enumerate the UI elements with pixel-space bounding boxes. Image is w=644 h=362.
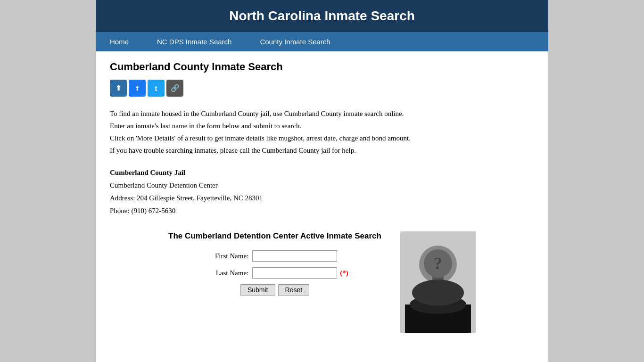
search-form-title: The Cumberland Detention Center Active I… [168,231,381,241]
facebook-button[interactable]: f [129,80,146,97]
share-icon: ⬆ [116,84,122,92]
last-name-row: Last Name: (*) [201,267,348,279]
jail-phone: Phone: (910) 672-5630 [110,205,534,217]
first-name-row: First Name: [201,250,348,262]
submit-button[interactable]: Submit [240,284,275,296]
jail-address: Address: 204 Gillespie Street, Fayettevi… [110,192,534,205]
site-header: North Carolina Inmate Search [96,0,548,32]
jail-facility: Cumberland County Detention Center [110,179,534,192]
jail-name: Cumberland County Jail [110,166,534,179]
page-heading: Cumberland County Inmate Search [110,61,534,73]
share-button[interactable]: ⬆ [110,80,127,97]
required-mark: (*) [340,269,348,277]
nav-nc-dps[interactable]: NC DPS Inmate Search [143,32,246,51]
search-section: The Cumberland Detention Center Active I… [110,231,534,333]
facebook-icon: f [136,84,139,92]
copy-link-button[interactable]: 🔗 [166,80,183,97]
twitter-icon: t [155,84,157,92]
search-form-container: The Cumberland Detention Center Active I… [168,231,381,333]
twitter-button[interactable]: t [148,80,165,97]
link-icon: 🔗 [171,84,180,92]
svg-point-9 [412,280,464,306]
social-buttons: ⬆ f t 🔗 [110,80,534,97]
reset-button[interactable]: Reset [278,284,310,296]
jail-info-block: Cumberland County Jail Cumberland County… [110,166,534,217]
description-line2: Enter an inmate's last name in the form … [110,120,534,132]
last-name-input[interactable] [252,267,337,279]
first-name-input[interactable] [252,250,337,262]
main-nav: Home NC DPS Inmate Search County Inmate … [96,32,548,51]
first-name-label: First Name: [201,252,248,260]
search-form: First Name: Last Name: (*) Submit Reset [201,250,348,296]
main-content: Cumberland County Inmate Search ⬆ f t 🔗 … [96,51,548,352]
last-name-label: Last Name: [201,269,248,277]
description-block: To find an inmate housed in the Cumberla… [110,108,534,156]
silhouette-svg: ? ? ? [400,231,476,333]
silhouette-image: ? ? ? [400,231,476,333]
nav-county[interactable]: County Inmate Search [246,32,344,51]
site-title: North Carolina Inmate Search [105,8,539,24]
svg-text:?: ? [434,254,442,273]
form-buttons: Submit Reset [201,284,348,296]
description-line1: To find an inmate housed in the Cumberla… [110,108,534,119]
description-line3: Click on 'More Details' of a result to g… [110,132,534,144]
nav-home[interactable]: Home [96,32,143,51]
description-line4: If you have trouble searching inmates, p… [110,145,534,156]
